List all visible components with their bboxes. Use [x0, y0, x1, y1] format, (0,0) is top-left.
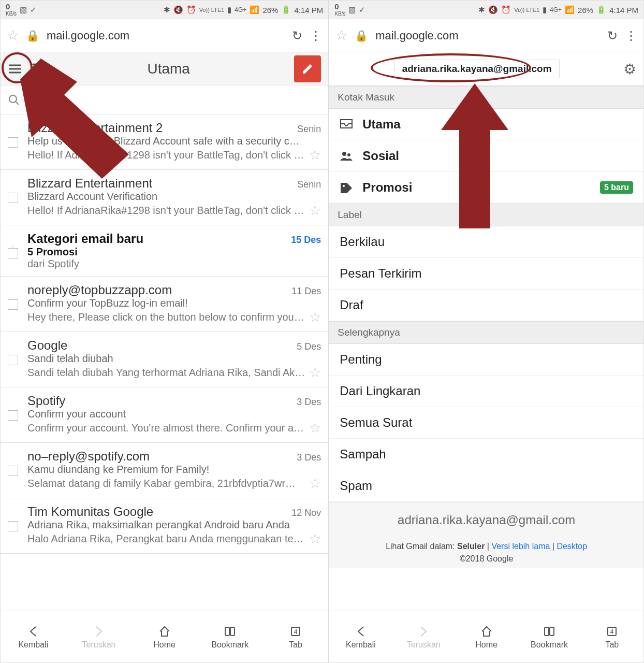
svg-text:4: 4 [294, 628, 298, 636]
checkbox[interactable] [8, 248, 18, 258]
email-subject: Confirm your TopBuzz log-in email! [27, 297, 321, 309]
svg-rect-22 [550, 627, 554, 636]
sidebar-item[interactable]: Berkilau [329, 226, 643, 258]
svg-point-3 [9, 95, 17, 103]
sidebar-label: Utama [362, 117, 400, 132]
sidebar-item[interactable]: Sampah [329, 439, 643, 470]
checkbox[interactable] [8, 521, 18, 531]
badge: 5 baru [600, 181, 633, 194]
email-preview: Hey there, Please click on the button be… [27, 311, 305, 323]
email-date: 12 Nov [291, 508, 321, 518]
nav-back[interactable]: Kembali [329, 611, 392, 662]
email-item[interactable]: 〈Kategori email baru15 Des5 Promosidari … [1, 225, 328, 277]
email-date: 3 Des [297, 397, 321, 408]
account-email[interactable]: adriana.rika.kayana@gmail.com [394, 60, 560, 78]
email-date: Senin [297, 124, 321, 135]
email-subject: Adriana Rika, maksimalkan perangkat Andr… [27, 519, 321, 531]
sidebar-label: Sosial [362, 149, 399, 163]
sidebar-item[interactable]: Draf [329, 290, 643, 321]
email-subject: Blizzard Account Verification [27, 191, 321, 203]
star-icon[interactable]: ☆ [309, 531, 321, 547]
sim-icon: ▮ [227, 5, 231, 15]
email-item[interactable]: Tim Komunitas Google12 NovAdriana Rika, … [1, 498, 328, 554]
alarm-icon: ⏰ [186, 5, 196, 15]
svg-rect-5 [225, 627, 229, 636]
sidebar-item[interactable]: Dari Lingkaran [329, 376, 643, 407]
checkbox[interactable] [8, 410, 18, 421]
address-bar: ☆ 🔒 mail.google.com ↻ ⋮ [329, 19, 643, 52]
star-icon[interactable]: ☆ [7, 27, 19, 44]
svg-rect-21 [545, 627, 549, 636]
checkbox[interactable] [8, 137, 18, 148]
email-item[interactable]: Google5 DesSandi telah diubahSandi telah… [1, 332, 328, 387]
account-row: adriana.rika.kayana@gmail.com ⚙ [329, 52, 643, 86]
nav-tab[interactable]: 4Tab [263, 611, 329, 662]
compose-button[interactable] [294, 55, 321, 82]
sidebar-label: Promosi [362, 180, 412, 195]
reload-icon[interactable]: ↻ [292, 28, 302, 43]
nav-bookmark[interactable]: Bookmark [197, 611, 263, 662]
gear-icon[interactable]: ⚙ [623, 61, 636, 78]
svg-marker-17 [20, 59, 129, 179]
star-icon[interactable]: ☆ [309, 309, 321, 325]
email-date: 15 Des [291, 235, 321, 246]
checkbox[interactable] [8, 299, 18, 310]
bottom-nav: Kembali Teruskan Home Bookmark 4Tab [329, 611, 643, 662]
email-sender: Kategori email baru [27, 232, 143, 246]
tag-icon [340, 182, 353, 193]
email-item[interactable]: Spotify3 DesConfirm your accountConfirm … [1, 387, 328, 443]
desktop-link[interactable]: Desktop [557, 542, 587, 551]
email-sender: noreply@topbuzzapp.com [27, 283, 172, 297]
star-icon[interactable]: ☆ [309, 420, 321, 436]
more-header: Selengkapnya [329, 321, 643, 344]
footer-email[interactable]: adriana.rika.kayana@gmail.com [329, 502, 643, 538]
star-icon[interactable]: ☆ [335, 27, 347, 44]
email-item[interactable]: no–reply@spotify.com3 DesKamu diundang k… [1, 443, 328, 498]
sidebar-item[interactable]: Spam [329, 470, 643, 502]
nav-back[interactable]: Kembali [1, 611, 66, 662]
nav-bookmark[interactable]: Bookmark [518, 611, 580, 662]
check-icon: ✓ [30, 5, 37, 15]
menu-dots-icon[interactable]: ⋮ [310, 28, 322, 43]
inbox-icon [340, 119, 353, 130]
svg-line-4 [16, 102, 19, 105]
svg-text:4: 4 [610, 628, 614, 636]
sidebar-item[interactable]: Pesan Terkirim [329, 258, 643, 290]
email-item[interactable]: noreply@topbuzzapp.com11 DesConfirm your… [1, 277, 328, 332]
nav-home[interactable]: Home [455, 611, 518, 662]
svg-rect-6 [230, 627, 235, 636]
email-sender: Tim Komunitas Google [27, 505, 153, 519]
email-list: Blizzard Entertainment 2SeninHelp us kee… [1, 114, 328, 611]
checkbox[interactable] [8, 466, 18, 476]
email-sender: Spotify [27, 394, 65, 408]
checkbox[interactable] [8, 193, 18, 203]
svg-point-18 [342, 152, 346, 156]
nav-home[interactable]: Home [131, 611, 197, 662]
email-sender: no–reply@spotify.com [27, 449, 150, 464]
reload-icon[interactable]: ↻ [607, 28, 618, 43]
battery-icon: 🔋 [281, 5, 291, 15]
star-icon[interactable]: ☆ [309, 365, 321, 381]
lock-icon: 🔒 [26, 30, 39, 42]
email-preview: Halo Adriana Rika, Perangkat baru Anda m… [27, 533, 305, 545]
star-icon[interactable]: ☆ [309, 475, 321, 492]
email-preview: Selamat datang di family Kabar gembira, … [27, 478, 305, 489]
search-icon [8, 94, 20, 106]
sidebar-item[interactable]: Penting [329, 344, 643, 376]
right-phone: 0KB/s ▧✓ ✱🔇⏰ Vo)) LTE1 ▮4G+📶 26%🔋4:14 PM… [329, 0, 644, 663]
email-preview: Hello! If AdrianaRika#1298 isn't your Ba… [27, 205, 305, 217]
old-version-link[interactable]: Versi lebih lama [491, 542, 550, 551]
email-preview: Confirm your account. You're almost ther… [27, 422, 305, 434]
url-text[interactable]: mail.google.com [47, 29, 285, 42]
mute-icon: 🔇 [173, 5, 183, 15]
star-icon[interactable]: ☆ [309, 203, 321, 219]
checkbox[interactable] [8, 355, 18, 365]
nav-tab[interactable]: 4Tab [581, 611, 643, 662]
signal-icon: 📶 [250, 5, 259, 15]
sidebar-item[interactable]: Semua Surat [329, 407, 643, 439]
svg-marker-25 [441, 83, 508, 228]
footer-links: Lihat Gmail dalam: Seluler | Versi lebih… [329, 538, 643, 568]
menu-dots-icon[interactable]: ⋮ [625, 28, 637, 43]
left-phone: 0KB/s ▧ ✓ ✱ 🔇 ⏰ Vo)) LTE1 ▮ 4G+ 📶 26% 🔋 … [0, 0, 329, 663]
star-icon[interactable]: ☆ [309, 147, 321, 163]
